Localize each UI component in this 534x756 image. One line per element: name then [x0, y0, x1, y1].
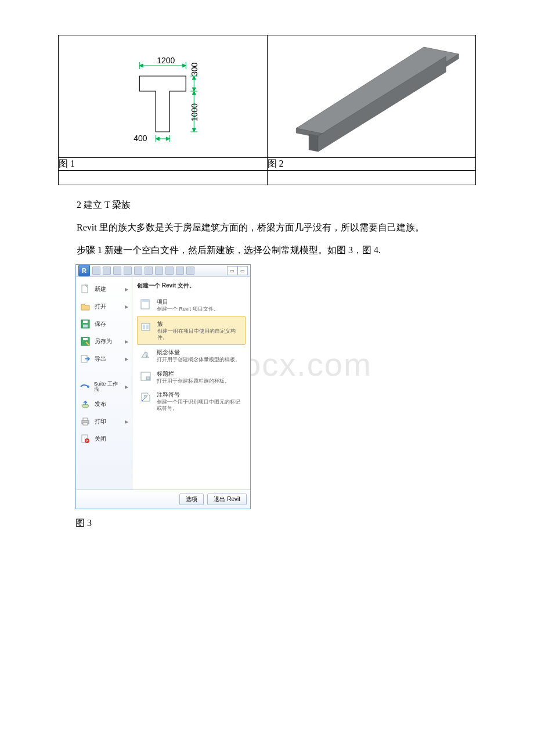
- titleblock-title: 标题栏: [157, 370, 230, 378]
- save-icon: [80, 319, 91, 329]
- right-panel-header: 创建一个 Revit 文件。: [137, 282, 246, 290]
- dim-400: 400: [134, 134, 147, 143]
- qat-redo-icon[interactable]: [113, 267, 121, 275]
- qat-icon[interactable]: [155, 267, 163, 275]
- options-button[interactable]: 选项: [179, 494, 204, 505]
- svg-rect-28: [83, 325, 88, 327]
- qat-icon[interactable]: [186, 267, 194, 275]
- print-icon: [80, 416, 91, 427]
- fig3-caption: 图 3: [75, 515, 476, 532]
- menu-close[interactable]: 关闭: [76, 430, 132, 448]
- qat-icon[interactable]: [165, 267, 174, 275]
- section-heading: 2 建立 T 梁族: [58, 197, 476, 214]
- close-icon: [80, 434, 91, 444]
- menu-suite-label: Suite 工作流: [94, 381, 121, 392]
- app-menu-footer: 选项 退出 Revit: [76, 489, 250, 509]
- submenu-arrow-icon: ▶: [125, 419, 128, 424]
- menu-print-label: 打印: [95, 417, 106, 426]
- project-icon: [139, 298, 152, 311]
- svg-marker-18: [166, 137, 169, 141]
- mass-title: 概念体量: [157, 348, 240, 357]
- menu-open[interactable]: 打开 ▶: [76, 298, 132, 315]
- svg-marker-13: [192, 128, 196, 132]
- svg-marker-4: [182, 64, 186, 67]
- dim-300: 300: [190, 62, 199, 76]
- menu-close-label: 关闭: [95, 435, 106, 443]
- figure-1: 1200 300: [59, 35, 267, 157]
- app-menu-left-column: 新建 ▶ 打开 ▶ 保存: [76, 277, 132, 489]
- open-folder-icon: [80, 301, 91, 312]
- submenu-arrow-icon: ▶: [125, 384, 128, 390]
- submenu-arrow-icon: ▶: [125, 304, 128, 309]
- menu-save[interactable]: 保存: [76, 315, 132, 333]
- svg-marker-22: [309, 134, 318, 152]
- qat-undo-icon[interactable]: [103, 267, 111, 275]
- svg-marker-12: [192, 91, 196, 95]
- quick-access-toolbar: R ▭ ▭: [76, 265, 250, 277]
- qat-icon[interactable]: [145, 267, 153, 275]
- svg-marker-19: [296, 47, 459, 135]
- paragraph-2: 步骤 1 新建一个空白文件，然后新建族，选择公制常规模型。如图 3，图 4.: [58, 242, 476, 259]
- new-project-item[interactable]: 项目 创建一个 Revit 项目文件。: [137, 294, 246, 316]
- paragraph-1: Revit 里的族大多数是关于房屋建筑方面的，桥梁方面几乎没有，所以需要自己建族…: [58, 219, 476, 236]
- saveas-icon: [80, 336, 91, 347]
- menu-new[interactable]: 新建 ▶: [76, 280, 132, 298]
- new-titleblock-item[interactable]: 标题栏 打开用于创建标题栏族的样板。: [137, 366, 246, 388]
- new-family-item[interactable]: 族 创建一组在项目中使用的自定义构件。: [137, 316, 246, 345]
- new-mass-item[interactable]: 概念体量 打开用于创建概念体量模型的样板。: [137, 345, 246, 366]
- menu-print[interactable]: 打印 ▶: [76, 413, 132, 430]
- figure-table: 1200 300: [58, 35, 476, 185]
- annotation-desc: 创建一个用于识别项目中图元的标记或符号。: [157, 399, 243, 412]
- annotation-icon: [139, 391, 152, 404]
- recent-docs-tab[interactable]: ▭: [227, 266, 237, 275]
- family-title: 族: [157, 320, 243, 328]
- menu-new-label: 新建: [95, 285, 106, 293]
- qat-icon[interactable]: [134, 267, 142, 275]
- new-annotation-item[interactable]: 注释符号 创建一个用于识别项目中图元的标记或符号。: [137, 387, 246, 415]
- project-desc: 创建一个 Revit 项目文件。: [157, 306, 219, 312]
- publish-icon: [80, 399, 91, 409]
- svg-rect-45: [146, 377, 150, 380]
- app-menu-right-column: 创建一个 Revit 文件。 项目 创建一个 Revit 项目文件。: [132, 277, 250, 489]
- dim-1200: 1200: [157, 56, 175, 65]
- titleblock-desc: 打开用于创建标题栏族的样板。: [157, 378, 230, 384]
- submenu-arrow-icon: ▶: [125, 357, 128, 362]
- mass-icon: [139, 348, 152, 361]
- svg-rect-27: [83, 321, 88, 323]
- menu-suite[interactable]: Suite 工作流 ▶: [76, 378, 132, 395]
- titleblock-icon: [139, 370, 152, 383]
- menu-export[interactable]: 导出 ▶: [76, 350, 132, 368]
- dim-1000: 1000: [190, 103, 199, 121]
- project-title: 项目: [157, 298, 219, 306]
- qat-icon[interactable]: [124, 267, 132, 275]
- svg-rect-35: [83, 418, 88, 420]
- qat-save-icon[interactable]: [92, 267, 100, 275]
- revit-app-menu: R ▭ ▭ 新建 ▶: [75, 264, 251, 509]
- open-docs-tab[interactable]: ▭: [237, 266, 248, 275]
- family-desc: 创建一组在项目中使用的自定义构件。: [157, 328, 243, 341]
- menu-saveas[interactable]: 另存为 ▶: [76, 333, 132, 350]
- mass-desc: 打开用于创建概念体量模型的样板。: [157, 357, 240, 363]
- annotation-title: 注释符号: [157, 391, 243, 399]
- svg-marker-3: [139, 64, 143, 67]
- svg-rect-30: [83, 338, 88, 340]
- suite-icon: [80, 381, 91, 392]
- svg-rect-40: [141, 300, 149, 302]
- figure-2: [268, 35, 476, 157]
- svg-marker-17: [156, 137, 159, 141]
- svg-rect-42: [143, 325, 145, 329]
- menu-open-label: 打开: [95, 303, 106, 311]
- menu-saveas-label: 另存为: [95, 337, 112, 345]
- menu-publish-label: 发布: [95, 400, 106, 408]
- new-file-icon: [80, 284, 91, 294]
- submenu-arrow-icon: ▶: [125, 339, 128, 344]
- revit-app-button[interactable]: R: [78, 265, 90, 276]
- family-icon: [140, 320, 153, 333]
- menu-publish[interactable]: 发布: [76, 395, 132, 413]
- fig1-label: 图 1: [59, 159, 75, 168]
- exit-revit-button[interactable]: 退出 Revit: [207, 494, 247, 505]
- submenu-arrow-icon: ▶: [125, 287, 128, 292]
- svg-point-32: [87, 386, 89, 388]
- svg-rect-36: [83, 423, 88, 425]
- qat-icon[interactable]: [176, 267, 184, 275]
